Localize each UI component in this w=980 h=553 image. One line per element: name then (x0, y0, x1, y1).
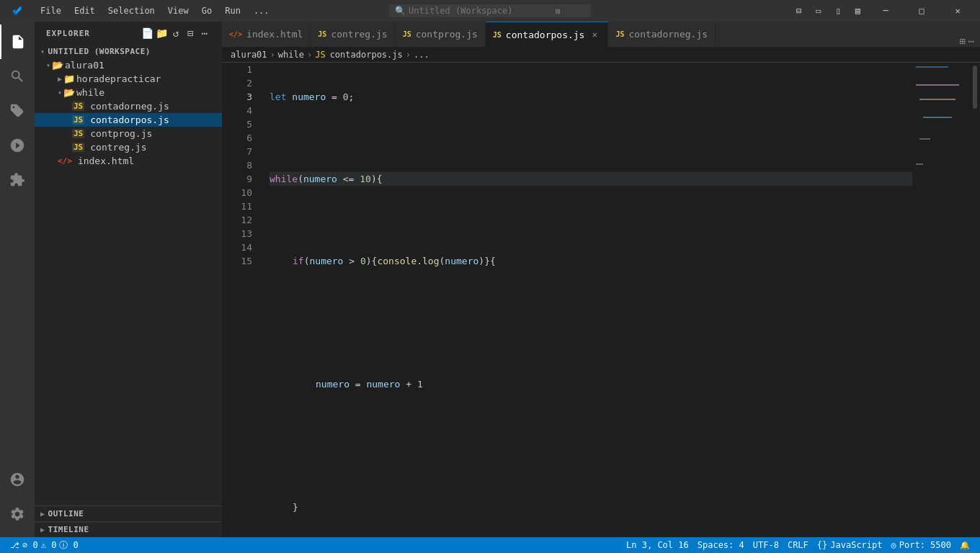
tab-label-contadorpos: contadorpos.js (506, 30, 585, 40)
status-port[interactable]: ◎ Port: 5500 (887, 537, 956, 553)
tab-contreg-js[interactable]: JS contreg.js (311, 22, 395, 47)
outline-label: OUTLINE (48, 509, 84, 518)
tab-index-html[interactable]: </> index.html (222, 22, 311, 47)
tab-contadorneg-js[interactable]: JS contadorneg.js (608, 22, 716, 47)
tab-contprog-js[interactable]: JS contprog.js (396, 22, 486, 47)
status-encoding[interactable]: UTF-8 (749, 537, 783, 553)
scrollbar-thumb[interactable] (973, 66, 977, 109)
status-notifications[interactable]: 🔔 (956, 537, 974, 553)
activity-account[interactable] (0, 462, 35, 497)
outline-header[interactable]: ▶ OUTLINE (35, 506, 222, 521)
tab-label-contadorneg: contadorneg.js (628, 29, 708, 40)
line-numbers: 1 2 3 4 5 6 7 8 9 10 11 12 13 14 15 (222, 63, 258, 537)
menu-edit[interactable]: Edit (68, 4, 101, 17)
menu-view[interactable]: View (162, 4, 195, 17)
tree-folder-while[interactable]: ▾ 📂 while (35, 86, 222, 99)
breadcrumb-symbol[interactable]: ... (414, 50, 429, 60)
file-tree: ▾ UNTITLED (WORKSPACE) ▾ 📂 alura01 ▶ 📁 h… (35, 45, 222, 505)
gear-icon (9, 506, 25, 522)
outline-chevron: ▶ (40, 510, 45, 518)
activity-extensions[interactable] (0, 163, 35, 197)
breadcrumb: alura01 › while › JS contadorpos.js › ..… (222, 47, 980, 63)
menu-bar: File Edit Selection View Go Run ... 🔍 ⊞ (35, 4, 790, 17)
close-button[interactable]: ✕ (941, 0, 974, 22)
activity-explorer[interactable] (0, 24, 35, 59)
titlebar-right: ⊟ ▭ ▯ ▤ ─ □ ✕ (790, 0, 980, 22)
search-input[interactable] (409, 6, 553, 16)
tree-file-index-html[interactable]: </> index.html (35, 154, 222, 168)
refresh-icon[interactable]: ↺ (170, 27, 182, 39)
breadcrumb-file[interactable]: contadorpos.js (330, 50, 403, 60)
minimap (912, 63, 970, 537)
horadepracticar-chevron: ▶ (58, 75, 62, 83)
panel-toggle-icon[interactable]: ▭ (810, 3, 827, 19)
split-editor-icon[interactable]: ⊞ (959, 35, 965, 47)
minimize-button[interactable]: ─ (869, 0, 902, 22)
menu-selection[interactable]: Selection (102, 4, 161, 17)
tab-contadorpos-js[interactable]: JS contadorpos.js ✕ (486, 22, 609, 47)
sidebar-right-icon[interactable]: ▯ (830, 3, 847, 19)
workspace-root[interactable]: ▾ UNTITLED (WORKSPACE) (35, 45, 222, 58)
line-num-10: 10 (228, 186, 252, 199)
menu-go[interactable]: Go (196, 4, 218, 17)
app-logo-area (0, 5, 35, 17)
git-icon (9, 103, 25, 119)
port-icon: ◎ (891, 540, 896, 550)
code-line-3: while(numero <= 10){ (270, 172, 912, 186)
svg-rect-4 (919, 99, 956, 100)
activity-settings[interactable] (0, 497, 35, 531)
new-folder-icon[interactable]: 📁 (156, 27, 167, 39)
git-branch-icon: ⎇ (10, 541, 19, 550)
breadcrumb-sep-2: › (307, 50, 312, 60)
extensions-icon (9, 172, 25, 188)
activity-bar (0, 22, 35, 537)
activity-search[interactable] (0, 59, 35, 94)
vertical-scrollbar[interactable] (970, 63, 980, 537)
new-file-icon[interactable]: 📄 (141, 27, 153, 39)
tree-folder-alura01[interactable]: ▾ 📂 alura01 (35, 58, 222, 72)
panel-bottom-icon[interactable]: ▤ (850, 3, 866, 19)
menu-run[interactable]: Run (219, 4, 246, 17)
tree-file-contprog[interactable]: JS contprog.js (35, 127, 222, 140)
vscode-logo-icon (12, 5, 23, 17)
tree-file-contadorneg[interactable]: JS contadorneg.js (35, 99, 222, 113)
menu-file[interactable]: File (35, 4, 67, 17)
status-spaces[interactable]: Spaces: 4 (693, 537, 749, 553)
menu-more[interactable]: ... (248, 4, 275, 17)
maximize-button[interactable]: □ (905, 0, 938, 22)
account-icon (9, 472, 25, 487)
code-line-5: if(numero > 0){console.log(numero)}{ (270, 254, 912, 268)
breadcrumb-alura01[interactable]: alura01 (231, 50, 267, 60)
collapse-all-icon[interactable]: ⊟ (184, 27, 196, 39)
code-line-10 (270, 459, 912, 473)
timeline-section: ▶ TIMELINE (35, 521, 222, 537)
tree-file-contadorpos[interactable]: JS contadorpos.js (35, 113, 222, 127)
status-git-branch[interactable]: ⎇ ⊘ 0 ⚠ 0 ⓘ 0 (6, 537, 83, 553)
search-icon: 🔍 (395, 6, 406, 16)
tree-folder-horadepracticar[interactable]: ▶ 📁 horadepracticar (35, 72, 222, 86)
sidebar-title: EXPLORER (46, 29, 90, 38)
tab-close-contadorpos[interactable]: ✕ (589, 29, 600, 40)
tab-label-contprog: contprog.js (416, 29, 478, 40)
editor[interactable]: 1 2 3 4 5 6 7 8 9 10 11 12 13 14 15 let … (222, 63, 980, 537)
alura01-chevron: ▾ (46, 61, 50, 69)
status-position[interactable]: Ln 3, Col 16 (622, 537, 693, 553)
line-ending-label: CRLF (788, 540, 808, 550)
code-line-7 (270, 336, 912, 350)
code-line-6 (270, 295, 912, 309)
code-content[interactable]: let numero = 0; while(numero <= 10){ if(… (258, 63, 912, 537)
main-layout: EXPLORER 📄 📁 ↺ ⊟ ⋯ ▾ UNTITLED (WORKSPACE… (0, 22, 980, 537)
activity-source-control[interactable] (0, 94, 35, 128)
code-line-8: numero = numero + 1 (270, 377, 912, 391)
timeline-header[interactable]: ▶ TIMELINE (35, 522, 222, 537)
layout-split-icon[interactable]: ⊟ (790, 3, 807, 19)
tree-file-contreg[interactable]: JS contreg.js (35, 140, 222, 154)
more-actions-icon[interactable]: ⋯ (199, 27, 210, 39)
more-actions-editor-icon[interactable]: ⋯ (968, 35, 974, 47)
breadcrumb-while[interactable]: while (278, 50, 304, 60)
tab-js-icon-contprog: JS (403, 30, 411, 38)
run-icon (9, 138, 25, 153)
status-language[interactable]: {} JavaScript (813, 537, 887, 553)
activity-run-debug[interactable] (0, 128, 35, 163)
status-line-ending[interactable]: CRLF (783, 537, 813, 553)
